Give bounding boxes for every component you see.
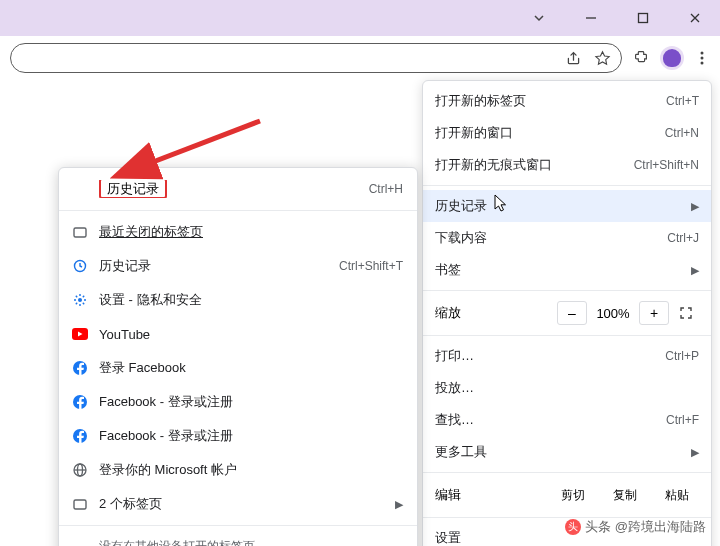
extensions-icon[interactable]: [632, 49, 650, 67]
attribution: 头 头条 @跨境出海陆路: [565, 518, 706, 536]
menu-bookmarks[interactable]: 书签▶: [423, 254, 711, 286]
browser-toolbar: [0, 36, 720, 80]
svg-point-4: [701, 62, 704, 65]
share-icon[interactable]: [565, 50, 582, 67]
kebab-menu-icon[interactable]: [694, 50, 710, 66]
facebook-icon: [71, 427, 89, 445]
tab-icon: [71, 223, 89, 241]
zoom-value: 100%: [591, 306, 635, 321]
chevron-right-icon: ▶: [395, 498, 403, 511]
address-bar[interactable]: [10, 43, 622, 73]
svg-point-2: [701, 52, 704, 55]
chevron-right-icon: ▶: [691, 446, 699, 459]
chevron-right-icon: ▶: [691, 200, 699, 213]
tab-icon: [71, 495, 89, 513]
cut-button[interactable]: 剪切: [551, 483, 595, 508]
menu-history[interactable]: 历史记录▶: [423, 190, 711, 222]
submenu-settings-privacy[interactable]: 设置 - 隐私和安全: [59, 283, 417, 317]
svg-point-7: [78, 298, 82, 302]
menu-incognito[interactable]: 打开新的无痕式窗口Ctrl+Shift+N: [423, 149, 711, 181]
menu-print[interactable]: 打印…Ctrl+P: [423, 340, 711, 372]
star-icon[interactable]: [594, 50, 611, 67]
youtube-icon: [71, 325, 89, 343]
facebook-icon: [71, 359, 89, 377]
minimize-button[interactable]: [574, 1, 608, 35]
menu-cast[interactable]: 投放…: [423, 372, 711, 404]
gear-icon: [71, 291, 89, 309]
submenu-recent-closed[interactable]: 最近关闭的标签页: [59, 215, 417, 249]
submenu-history-item[interactable]: 历史记录 Ctrl+Shift+T: [59, 249, 417, 283]
chevron-right-icon: ▶: [691, 264, 699, 277]
svg-rect-5: [74, 228, 86, 237]
menu-new-tab[interactable]: 打开新的标签页Ctrl+T: [423, 85, 711, 117]
menu-downloads[interactable]: 下载内容Ctrl+J: [423, 222, 711, 254]
submenu-youtube[interactable]: YouTube: [59, 317, 417, 351]
globe-icon: [71, 461, 89, 479]
history-submenu: 历史记录 Ctrl+H 最近关闭的标签页 历史记录 Ctrl+Shift+T 设…: [58, 167, 418, 546]
menu-separator: [59, 525, 417, 526]
maximize-button[interactable]: [626, 1, 660, 35]
submenu-header[interactable]: 历史记录 Ctrl+H: [59, 172, 417, 206]
svg-point-3: [701, 57, 704, 60]
zoom-out-button[interactable]: –: [557, 301, 587, 325]
chrome-main-menu: 打开新的标签页Ctrl+T 打开新的窗口Ctrl+N 打开新的无痕式窗口Ctrl…: [422, 80, 712, 546]
new-tab-chevron-icon[interactable]: [522, 1, 556, 35]
annotation-highlight: 历史记录: [99, 180, 167, 198]
facebook-icon: [71, 393, 89, 411]
fullscreen-icon[interactable]: [673, 306, 699, 320]
history-icon: [71, 257, 89, 275]
menu-find[interactable]: 查找…Ctrl+F: [423, 404, 711, 436]
window-titlebar: [0, 0, 720, 36]
menu-more-tools[interactable]: 更多工具▶: [423, 436, 711, 468]
submenu-two-tabs[interactable]: 2 个标签页 ▶: [59, 487, 417, 521]
menu-edit: 编辑 剪切 复制 粘贴: [423, 477, 711, 513]
menu-new-window[interactable]: 打开新的窗口Ctrl+N: [423, 117, 711, 149]
menu-separator: [423, 185, 711, 186]
submenu-fb-login[interactable]: 登录 Facebook: [59, 351, 417, 385]
menu-separator: [423, 290, 711, 291]
close-button[interactable]: [678, 1, 712, 35]
toutiao-icon: 头: [565, 519, 581, 535]
profile-button[interactable]: [660, 46, 684, 70]
menu-separator: [423, 335, 711, 336]
copy-button[interactable]: 复制: [603, 483, 647, 508]
menu-separator: [423, 472, 711, 473]
svg-rect-15: [74, 500, 86, 509]
paste-button[interactable]: 粘贴: [655, 483, 699, 508]
zoom-in-button[interactable]: +: [639, 301, 669, 325]
submenu-fb-signup-2[interactable]: Facebook - 登录或注册: [59, 419, 417, 453]
avatar-icon: [663, 49, 681, 67]
menu-separator: [59, 210, 417, 211]
submenu-ms-login[interactable]: 登录你的 Microsoft 帐户: [59, 453, 417, 487]
submenu-fb-signup-1[interactable]: Facebook - 登录或注册: [59, 385, 417, 419]
menu-zoom: 缩放 – 100% +: [423, 295, 711, 331]
svg-rect-1: [639, 14, 648, 23]
submenu-footer: 没有在其他设备打开的标签页: [59, 530, 417, 546]
